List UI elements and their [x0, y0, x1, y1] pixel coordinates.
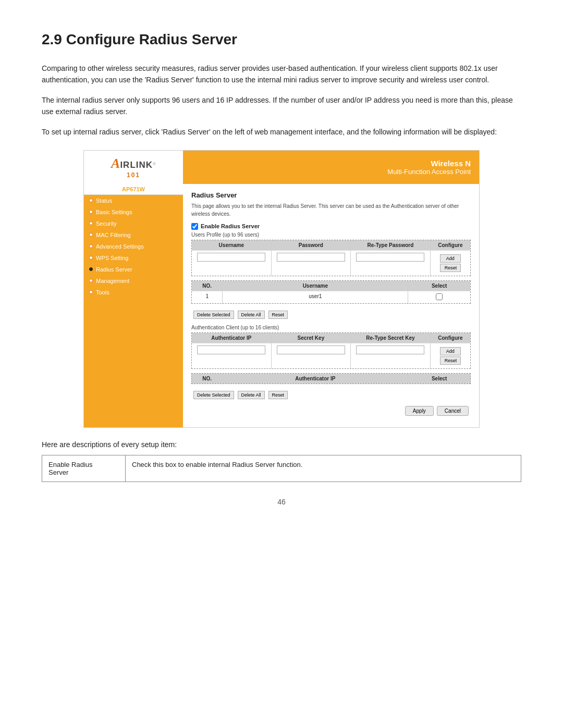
radius-server-desc: This page allows you to set the internal… [191, 202, 471, 218]
logo: AIRLINK® 101 [111, 156, 156, 179]
sidebar-label-mac: MAC Filtering [96, 232, 131, 238]
users-list-data-row: 1 user1 [192, 291, 470, 303]
ui-main: Radius Server This page allows you to se… [183, 184, 479, 427]
sidebar-model: AP671W [84, 184, 183, 195]
col-list-username: Username [223, 281, 408, 291]
brand-subtitle: Multi-Function Access Point [387, 168, 471, 176]
configure-btn-group: Add Reset [432, 253, 469, 274]
retype-password-input[interactable] [356, 253, 424, 262]
col-secret-key: Secret Key [272, 333, 351, 343]
sidebar-dot [89, 256, 93, 260]
logo-reg: ® [153, 162, 156, 166]
brand-title: Wireless N [431, 159, 471, 168]
delete-all-button[interactable]: Delete All [238, 311, 265, 319]
brand-right: Wireless N Multi-Function Access Point [183, 151, 479, 184]
enable-radius-checkbox[interactable] [191, 223, 198, 230]
intro-paragraph-3: To set up internal radius server, click … [42, 126, 521, 138]
sidebar-label-advanced: Advanced Settings [96, 243, 144, 250]
user-row-select-checkbox[interactable] [436, 293, 443, 300]
sidebar-item-mac-filtering[interactable]: MAC Filtering [84, 229, 183, 241]
sidebar-item-tools[interactable]: Tools [84, 287, 183, 298]
sidebar-item-wps-setting[interactable]: WPS Setting [84, 252, 183, 264]
logo-irlink: IRLINK [120, 160, 153, 170]
apply-button[interactable]: Apply [405, 406, 434, 416]
reset-user-button[interactable]: Reset [440, 264, 461, 272]
users-input-row: Add Reset [192, 250, 470, 276]
cancel-button[interactable]: Cancel [437, 406, 469, 416]
ui-header: AIRLINK® 101 Wireless N Multi-Function A… [84, 151, 479, 184]
auth-list-box: NO. Authenticator IP Select [191, 373, 471, 384]
configure-buttons-cell: Add Reset [431, 251, 470, 276]
auth-client-box: Authenticator IP Secret Key Re-Type Secr… [191, 332, 471, 369]
page-number: 46 [42, 498, 521, 506]
auth-header-row: Authenticator IP Secret Key Re-Type Secr… [192, 333, 470, 343]
col-no: NO. [192, 281, 223, 291]
users-profile-label: Users Profile (up to 96 users) [191, 232, 471, 238]
ui-sidebar: AP671W Status Basic Settings Security MA… [84, 184, 183, 427]
sidebar-item-security[interactable]: Security [84, 218, 183, 229]
users-profile-box: Username Password Re-Type Password Confi… [191, 240, 471, 276]
sidebar-label-radius: Radius Server [96, 266, 132, 273]
username-input[interactable] [197, 253, 265, 262]
auth-action-row: Delete Selected Delete All Reset [191, 388, 471, 402]
ui-screenshot: AIRLINK® 101 Wireless N Multi-Function A… [83, 150, 480, 428]
delete-all-auth-button[interactable]: Delete All [238, 391, 265, 399]
sidebar-label-wps: WPS Setting [96, 255, 128, 261]
auth-ip-input-cell [192, 343, 272, 368]
sidebar-item-management[interactable]: Management [84, 275, 183, 287]
descriptions-table: Enable RadiusServer Check this box to en… [42, 455, 521, 482]
ui-body: AP671W Status Basic Settings Security MA… [84, 184, 479, 427]
secret-key-input-cell [272, 343, 351, 368]
col-password: Password [272, 240, 351, 250]
retype-secret-input[interactable] [356, 346, 424, 354]
users-list-header-row: NO. Username Select [192, 281, 470, 291]
sidebar-dot [89, 221, 93, 225]
col-auth-select: Select [408, 374, 470, 384]
reset-auth-list-button[interactable]: Reset [268, 391, 288, 399]
add-user-button[interactable]: Add [440, 254, 461, 263]
sidebar-label-tools: Tools [96, 289, 109, 295]
page-title: 2.9 Configure Radius Server [42, 31, 521, 48]
password-input-cell [272, 251, 351, 276]
sidebar-item-advanced-settings[interactable]: Advanced Settings [84, 241, 183, 252]
enable-radius-row: Enable Radius Server [191, 223, 471, 230]
sidebar-dot [89, 244, 93, 248]
user-row-select-cell [408, 291, 470, 303]
user-row-name: user1 [223, 291, 408, 303]
username-input-cell [192, 251, 272, 276]
delete-selected-auth-button[interactable]: Delete Selected [193, 391, 234, 399]
sidebar-dot [89, 233, 93, 237]
password-input[interactable] [277, 253, 345, 262]
sidebar-dot [89, 290, 93, 294]
radius-server-title: Radius Server [191, 191, 471, 199]
logo-text: AIRLINK® [111, 156, 156, 171]
col-configure: Configure [431, 240, 470, 250]
secret-key-input[interactable] [277, 346, 345, 354]
add-auth-button[interactable]: Add [440, 347, 461, 355]
sidebar-dot [89, 199, 93, 202]
col-username: Username [192, 240, 272, 250]
user-row-no: 1 [192, 291, 223, 303]
col-auth-no: NO. [192, 374, 223, 384]
auth-btn-group: Add Reset [432, 346, 469, 366]
col-auth-configure: Configure [431, 333, 470, 343]
auth-client-label: Authentication Client (up to 16 clients) [191, 325, 471, 330]
sidebar-item-radius-server[interactable]: Radius Server [84, 264, 183, 275]
reset-list-button[interactable]: Reset [268, 311, 288, 319]
desc-item-value: Check this box to enable internal Radius… [126, 455, 521, 482]
desc-row-enable-radius: Enable RadiusServer Check this box to en… [42, 455, 521, 482]
sidebar-item-basic-settings[interactable]: Basic Settings [84, 206, 183, 218]
col-select: Select [408, 281, 470, 291]
auth-configure-buttons-cell: Add Reset [431, 343, 470, 368]
reset-auth-button[interactable]: Reset [440, 356, 461, 365]
desc-item-label: Enable RadiusServer [42, 455, 126, 482]
col-auth-ip: Authenticator IP [192, 333, 272, 343]
sidebar-dot [89, 210, 93, 214]
auth-input-row: Add Reset [192, 343, 470, 368]
users-header-row: Username Password Re-Type Password Confi… [192, 240, 470, 250]
sidebar-label-basic: Basic Settings [96, 209, 132, 215]
auth-ip-input[interactable] [197, 346, 265, 354]
sidebar-dot-active [89, 267, 93, 271]
sidebar-item-status[interactable]: Status [84, 195, 183, 206]
delete-selected-button[interactable]: Delete Selected [193, 311, 234, 319]
